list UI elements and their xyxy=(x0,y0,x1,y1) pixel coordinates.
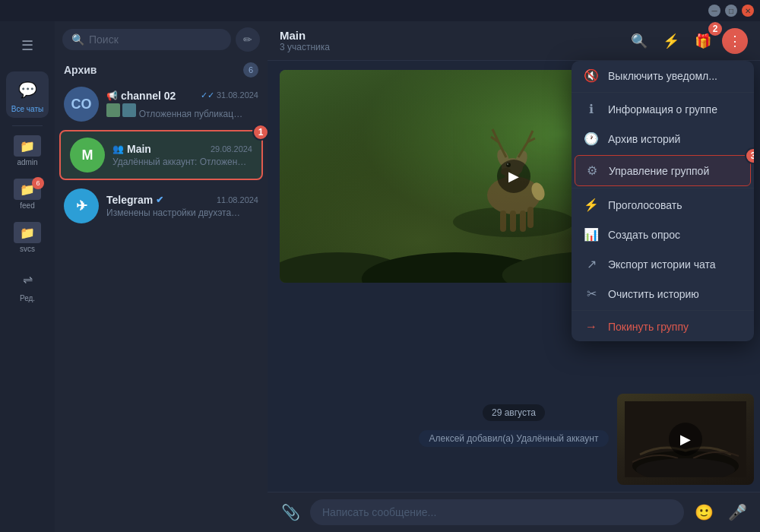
chat-header-name: Main xyxy=(280,29,330,42)
header-boost-icon: ⚡ xyxy=(663,33,679,49)
more-icon: ⋮ xyxy=(728,33,742,49)
verified-icon: ✔ xyxy=(156,195,163,205)
search-icon: 🔍 xyxy=(71,33,84,46)
channel-icon: 📢 xyxy=(106,90,118,101)
search-input[interactable] xyxy=(89,33,222,46)
date-separator-label: 29 августа xyxy=(483,404,545,421)
play-button-secondary[interactable]: ▶ xyxy=(669,423,702,456)
chat-main: Main 3 участника 🔍 ⚡ 2 🎁 ⋮ xyxy=(268,21,760,532)
chat-header-info: Main 3 участника xyxy=(280,29,330,52)
sidebar-item-feed[interactable]: 6 📁 feed xyxy=(6,174,49,214)
play-button-main[interactable]: ▶ xyxy=(497,160,530,193)
annotation-badge-2: 2 xyxy=(707,21,724,37)
svg-rect-8 xyxy=(510,211,516,232)
chat-item-telegram[interactable]: ✈ Telegram ✔ 11.08.2024 Изменены настрой… xyxy=(55,182,268,230)
message-input[interactable] xyxy=(322,506,672,518)
attach-icon: 📎 xyxy=(281,503,300,521)
chat-name-telegram: Telegram ✔ xyxy=(106,194,163,206)
chat-list-panel: 🔍 ✏ Архив 6 CO 📢 channel 02 xyxy=(55,21,268,532)
context-menu-leave-group[interactable]: → Покинуть группу xyxy=(572,312,754,341)
chat-preview-main: Удалённый аккаунт: Отложенное сообще... xyxy=(112,157,249,167)
message-input-wrap xyxy=(310,499,684,525)
search-bar: 🔍 ✏ xyxy=(55,21,268,58)
poll-icon: 📊 xyxy=(584,227,599,242)
sidebar-separator xyxy=(12,125,43,126)
red-label: Ред. xyxy=(20,294,35,302)
chat-date-channel02: ✓✓ 31.08.2024 xyxy=(201,90,258,100)
archive-title: Архив xyxy=(64,64,97,76)
avatar-main-text: M xyxy=(82,147,93,163)
emoji-icon: 🙂 xyxy=(695,503,714,521)
emoji-button[interactable]: 🙂 xyxy=(690,499,717,526)
context-menu-create-poll[interactable]: 📊 Создать опрос xyxy=(572,220,754,249)
thumb-icon-1 xyxy=(106,103,120,117)
manage-group-wrapper: 3 ⚙ Управление группой xyxy=(572,155,754,186)
app-container: ☰ 💬 Все чаты 📁 admin 6 📁 feed 📁 svcs ⇌ Р… xyxy=(0,21,760,532)
svg-rect-10 xyxy=(527,207,534,228)
system-message-text: Алексей добавил(а) Удалённый аккаунт xyxy=(419,430,610,447)
chat-top-row-main: 👥 Main 29.08.2024 xyxy=(112,143,252,155)
avatar-telegram: ✈ xyxy=(64,188,99,223)
header-search-icon: 🔍 xyxy=(631,33,648,49)
export-icon: ↗ xyxy=(584,257,599,271)
chat-header: Main 3 участника 🔍 ⚡ 2 🎁 ⋮ xyxy=(268,21,760,61)
chat-item-channel02[interactable]: CO 📢 channel 02 ✓✓ 31.08.2024 Отло xyxy=(55,81,268,128)
archive-icon: 🕐 xyxy=(584,131,599,146)
clear-icon: ✂ xyxy=(584,287,599,301)
maximize-button[interactable]: □ xyxy=(725,5,737,17)
context-menu: 🔇 Выключить уведомл... ℹ Информация о гр… xyxy=(572,61,754,341)
chat-top-row-channel02: 📢 channel 02 ✓✓ 31.08.2024 xyxy=(106,90,258,102)
feed-label: feed xyxy=(20,201,34,210)
close-button[interactable]: ✕ xyxy=(742,5,754,17)
context-menu-group-info[interactable]: ℹ Информация о группе xyxy=(572,94,754,124)
context-menu-export-history[interactable]: ↗ Экспорт истории чата xyxy=(572,249,754,279)
red-icon: ⇌ xyxy=(14,265,41,293)
context-menu-mute[interactable]: 🔇 Выключить уведомл... xyxy=(572,61,754,90)
archive-count: 6 xyxy=(243,62,258,78)
chat-date-telegram: 11.08.2024 xyxy=(217,195,258,204)
vote-icon: ⚡ xyxy=(584,198,599,212)
icon-sidebar: ☰ 💬 Все чаты 📁 admin 6 📁 feed 📁 svcs ⇌ Р… xyxy=(0,21,55,532)
chat-name-channel02: 📢 channel 02 xyxy=(106,90,176,102)
sidebar-item-all-chats[interactable]: 💬 Все чаты xyxy=(6,71,49,118)
mute-icon: 🔇 xyxy=(584,68,599,83)
sidebar-item-red[interactable]: ⇌ Ред. xyxy=(6,261,49,307)
context-menu-story-archive[interactable]: 🕐 Архив историй xyxy=(572,124,754,154)
context-menu-clear-history[interactable]: ✂ Очистить историю xyxy=(572,279,754,309)
avatar-channel02-text: CO xyxy=(71,97,92,112)
header-more-button[interactable]: ⋮ xyxy=(722,28,748,54)
video-secondary[interactable]: ▶ xyxy=(617,394,754,485)
sidebar-item-menu[interactable]: ☰ xyxy=(6,27,49,64)
chat-preview-telegram: Изменены настройки двухэтапной аутент... xyxy=(106,207,243,218)
admin-folder-icon: 📁 xyxy=(14,135,41,157)
chat-item-main-wrapper: 1 M 👥 Main 29.08.2024 xyxy=(59,130,263,180)
title-bar: ─ □ ✕ xyxy=(0,0,760,21)
chat-item-main[interactable]: M 👥 Main 29.08.2024 Удалённый аккаунт: О… xyxy=(59,130,263,180)
svg-rect-7 xyxy=(500,211,506,232)
context-menu-manage-group[interactable]: ⚙ Управление группой xyxy=(575,155,751,186)
minimize-button[interactable]: ─ xyxy=(708,5,720,17)
feed-badge: 6 xyxy=(32,177,44,189)
chat-header-actions: 🔍 ⚡ 2 🎁 ⋮ xyxy=(626,28,748,54)
svcs-label: svcs xyxy=(20,245,35,253)
voice-button[interactable]: 🎤 xyxy=(724,499,751,526)
video-secondary-bg: ▶ xyxy=(617,394,754,485)
menu-divider-3 xyxy=(572,310,754,311)
avatar-channel02: CO xyxy=(64,87,99,122)
chat-name-main: 👥 Main xyxy=(112,143,151,155)
header-search-button[interactable]: 🔍 xyxy=(626,28,652,54)
sidebar-item-svcs[interactable]: 📁 svcs xyxy=(6,217,49,258)
compose-button[interactable]: ✏ xyxy=(236,27,260,52)
header-boost-button[interactable]: ⚡ xyxy=(658,28,684,54)
menu-divider-1 xyxy=(572,92,754,93)
hamburger-icon: ☰ xyxy=(14,32,41,59)
archive-header: Архив 6 xyxy=(55,58,268,81)
info-icon: ℹ xyxy=(584,102,599,116)
chat-top-row-telegram: Telegram ✔ 11.08.2024 xyxy=(106,194,258,206)
sidebar-item-admin[interactable]: 📁 admin xyxy=(6,131,49,171)
chat-date-main: 29.08.2024 xyxy=(211,144,252,154)
chat-input-area: 📎 🙂 🎤 xyxy=(268,492,760,532)
context-menu-vote[interactable]: ⚡ Проголосовать xyxy=(572,190,754,220)
attach-button[interactable]: 📎 xyxy=(277,499,304,526)
search-input-wrap: 🔍 xyxy=(62,29,231,50)
